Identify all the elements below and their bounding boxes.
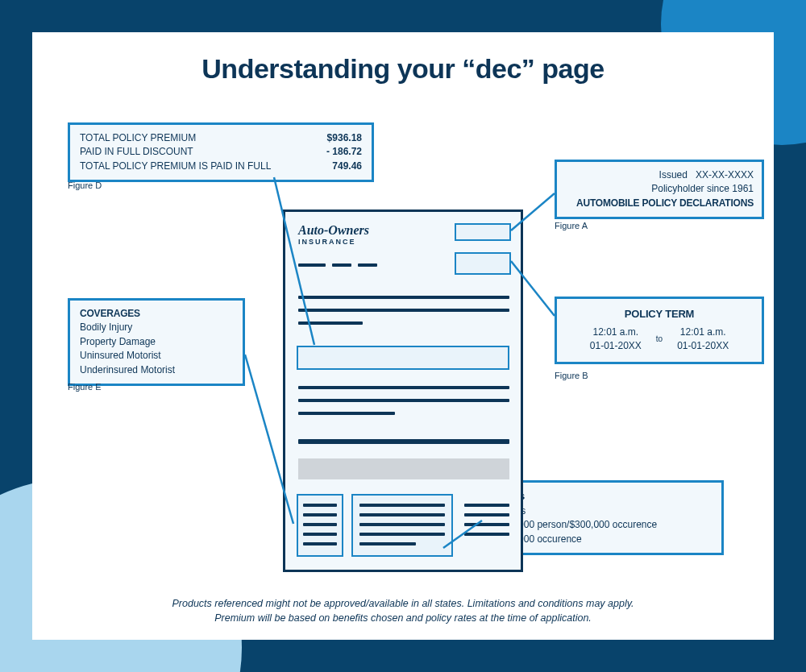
- insurer-logo: Auto-Owners INSURANCE: [298, 223, 369, 246]
- figure-d-row: PAID IN FULL DISCOUNT- 186.72: [80, 145, 362, 159]
- page-footnote: Products referenced might not be approve…: [32, 596, 774, 625]
- document-illustration: Auto-Owners INSURANCE: [283, 209, 523, 572]
- figure-d-row: TOTAL POLICY PREMIUM$936.18: [80, 131, 362, 145]
- doc-highlight-a: [455, 223, 511, 241]
- figure-d-row: TOTAL POLICY PREMIUM IS PAID IN FULL749.…: [80, 160, 362, 173]
- page-title: Understanding your “dec” page: [32, 32, 774, 85]
- page-card: Understanding your “dec” page TOTAL POLI…: [32, 32, 774, 640]
- callout-figure-b: POLICY TERM 12:01 a.m. 01-01-20XX to 12:…: [555, 297, 764, 364]
- caption-figure-b: Figure B: [555, 371, 588, 380]
- doc-highlight-b: [455, 252, 511, 275]
- callout-figure-e: COVERAGES Bodily Injury Property Damage …: [68, 298, 245, 386]
- doc-highlight-d: [297, 346, 509, 370]
- callout-figure-d: TOTAL POLICY PREMIUM$936.18 PAID IN FULL…: [68, 122, 374, 182]
- callout-figure-a: Issued XX-XX-XXXX Policyholder since 196…: [555, 160, 764, 219]
- caption-figure-a: Figure A: [555, 221, 588, 230]
- caption-figure-d: Figure D: [68, 180, 102, 190]
- caption-figure-e: Figure E: [68, 382, 102, 392]
